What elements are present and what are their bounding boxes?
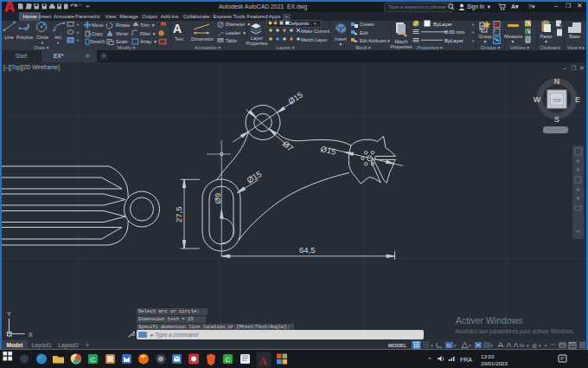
- svg-text:▾: ▾: [539, 343, 541, 348]
- svg-text:TOP: TOP: [553, 98, 562, 103]
- svg-text:Y: Y: [7, 311, 11, 317]
- svg-text:A: A: [259, 355, 267, 367]
- svg-text:FRA: FRA: [460, 357, 472, 363]
- svg-text:▾: ▾: [472, 30, 475, 35]
- svg-text:0.00 mm: 0.00 mm: [444, 29, 464, 35]
- svg-text:E: E: [575, 95, 580, 104]
- svg-text:▾: ▾: [491, 343, 494, 348]
- svg-text:Ø15: Ø15: [320, 144, 337, 156]
- svg-text:W: W: [534, 95, 541, 104]
- svg-text:°°: °°: [551, 343, 555, 348]
- svg-text:C: C: [91, 356, 96, 364]
- svg-text:M-: M-: [520, 343, 526, 348]
- svg-text:▾: ▾: [472, 39, 475, 43]
- svg-text:ByLayer: ByLayer: [433, 22, 452, 27]
- svg-text:20/01/2023: 20/01/2023: [481, 360, 508, 366]
- svg-text:64,5: 64,5: [299, 245, 316, 255]
- svg-text:N: N: [554, 77, 560, 86]
- svg-text:⚙: ⚙: [532, 343, 537, 349]
- svg-text:▾: ▾: [431, 343, 433, 348]
- svg-text:⌃: ⌃: [427, 357, 432, 363]
- svg-text:❐: ❐: [571, 65, 576, 71]
- svg-text:X: X: [29, 332, 33, 338]
- svg-text:▸: ▸: [77, 37, 80, 42]
- svg-text:▾: ▾: [527, 343, 529, 348]
- svg-text:▸: ▸: [77, 29, 80, 35]
- svg-text:▾: ▾: [472, 23, 475, 27]
- svg-text:C: C: [226, 356, 231, 364]
- svg-text:ByLayer: ByLayer: [444, 38, 463, 43]
- svg-text:Ø15: Ø15: [286, 90, 304, 107]
- svg-text:▾: ▾: [469, 343, 471, 348]
- svg-text:S: S: [554, 115, 559, 124]
- svg-text:27,5: 27,5: [174, 207, 183, 223]
- svg-text:[–][Top][2D Wireframe]: [–][Top][2D Wireframe]: [3, 64, 60, 71]
- svg-text:Ø9: Ø9: [213, 193, 222, 204]
- svg-text:✕: ✕: [579, 65, 585, 71]
- svg-text:–: –: [563, 65, 566, 71]
- svg-text:▸: ▸: [77, 22, 80, 27]
- svg-text:+: +: [544, 343, 547, 349]
- svg-text:13:03: 13:03: [481, 353, 495, 359]
- svg-text:G: G: [447, 343, 451, 348]
- svg-text:▾: ▾: [454, 343, 457, 348]
